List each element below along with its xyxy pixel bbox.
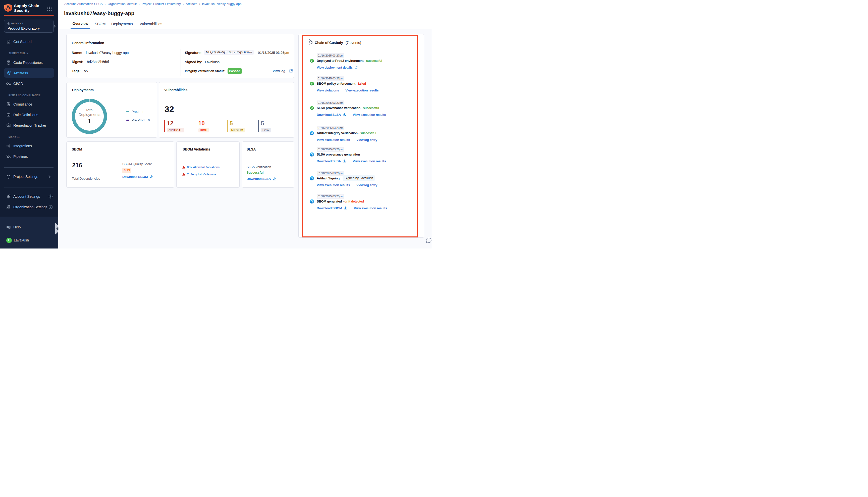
svg-text:?: ? (8, 226, 9, 227)
